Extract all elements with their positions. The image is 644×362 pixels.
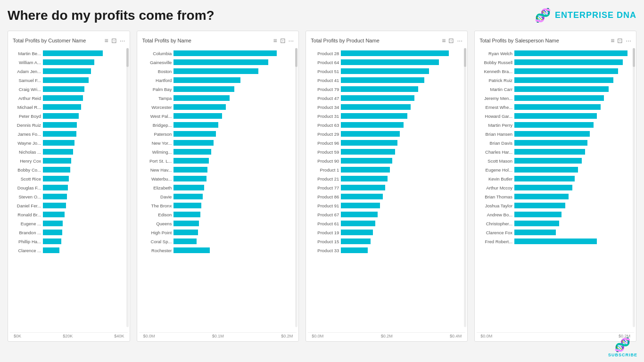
bar-label: Queens: [141, 221, 172, 226]
bar-fill: [514, 104, 600, 110]
chart-xaxis-product: $0.0M$0.2M$0.4M: [308, 332, 465, 339]
bar-row: Product 63: [308, 121, 465, 129]
bar-track: [514, 203, 632, 208]
scrollbar[interactable]: [295, 48, 297, 327]
bar-row: Wilming...: [139, 148, 297, 156]
bar-fill: [173, 239, 197, 244]
bar-track: [514, 158, 632, 164]
bar-fill: [514, 77, 613, 83]
scrollbar-thumb[interactable]: [126, 48, 129, 67]
bar-track: [173, 185, 295, 190]
chart-xaxis-customer: $0K$20K$40K: [10, 332, 128, 339]
bar-row: Ernest Whe...: [477, 103, 634, 111]
bar-row: Bridgep...: [139, 121, 297, 129]
chart-ctrl-1-salesperson[interactable]: ⊡: [617, 37, 623, 44]
chart-ctrl-1-name[interactable]: ⊡: [280, 37, 286, 44]
chart-ctrl-0-customer[interactable]: ≡: [105, 37, 108, 44]
bar-track: [341, 230, 463, 235]
bar-row: Kevin Butler: [477, 174, 634, 183]
bar-label: Coral Sp...: [141, 239, 172, 244]
bar-fill: [173, 221, 199, 226]
bar-track: [514, 50, 632, 56]
bar-fill: [514, 86, 609, 92]
chart-ctrl-2-product[interactable]: ···: [457, 37, 462, 44]
bar-row: Adam Jen...: [10, 67, 128, 75]
bar-fill: [341, 185, 385, 190]
chart-panel-salesperson: Total Profits by Salesperson Name≡⊡···Ry…: [474, 31, 636, 342]
scrollbar[interactable]: [464, 48, 466, 327]
bar-track: [173, 95, 295, 101]
scrollbar-thumb[interactable]: [464, 48, 466, 67]
bar-track: [514, 149, 632, 155]
bar-track: [173, 77, 295, 83]
bar-row: Product 79: [308, 85, 465, 93]
bar-label: Wilming...: [141, 149, 172, 155]
bar-fill: [43, 221, 63, 226]
bar-row: Waterbu...: [139, 174, 297, 183]
bar-track: [173, 176, 295, 181]
bar-row: Eugene ...: [10, 219, 128, 228]
bar-row: West Pal...: [139, 112, 297, 120]
bar-fill: [514, 203, 565, 208]
bar-fill: [341, 68, 429, 74]
chart-ctrl-2-salesperson[interactable]: ···: [626, 37, 631, 44]
bar-fill: [341, 176, 388, 181]
bar-label: Product 79: [310, 87, 339, 92]
bar-track: [173, 239, 295, 244]
bar-label: Brian Hansen: [479, 132, 512, 137]
bar-track: [341, 185, 463, 190]
bar-fill: [43, 113, 79, 119]
xaxis-label: $20K: [63, 334, 73, 338]
bar-track: [173, 104, 295, 110]
bar-track: [341, 131, 463, 137]
bar-track: [341, 239, 463, 244]
chart-ctrl-1-customer[interactable]: ⊡: [111, 37, 117, 44]
chart-ctrl-0-name[interactable]: ≡: [273, 37, 277, 44]
chart-ctrl-0-salesperson[interactable]: ≡: [611, 37, 614, 44]
bar-label: Gainesville: [141, 60, 172, 65]
bar-row: Howard Gar...: [477, 112, 634, 120]
bar-row: The Bronx: [139, 201, 297, 210]
scrollbar-thumb[interactable]: [295, 48, 297, 67]
bar-fill: [173, 212, 200, 217]
chart-title-product: Total Profits by Product Name: [311, 38, 380, 43]
bar-row: Wayne Jo...: [10, 139, 128, 147]
chart-ctrl-2-customer[interactable]: ···: [120, 37, 125, 44]
chart-ctrl-1-product[interactable]: ⊡: [448, 37, 454, 44]
scrollbar[interactable]: [126, 48, 129, 327]
chart-ctrl-2-name[interactable]: ···: [289, 37, 294, 44]
bar-label: Product 96: [310, 140, 339, 146]
bar-label: Boston: [141, 69, 172, 74]
bar-track: [43, 194, 126, 199]
bar-row: Clarence ...: [10, 246, 128, 255]
bar-track: [341, 212, 463, 217]
bar-label: Brian Davis: [479, 140, 512, 146]
bar-row: Ronald Br...: [10, 210, 128, 219]
bar-label: Kenneth Bra...: [479, 69, 512, 74]
bar-track: [43, 95, 126, 101]
bar-fill: [173, 86, 234, 92]
bar-track: [341, 95, 463, 101]
bar-row: Paterson: [139, 130, 297, 138]
bar-row: Product 61: [308, 219, 465, 228]
bar-fill: [173, 59, 268, 65]
bar-label: Craig Wri...: [12, 87, 41, 92]
bar-track: [341, 140, 463, 146]
chart-ctrl-0-product[interactable]: ≡: [442, 37, 446, 44]
scrollbar-thumb[interactable]: [633, 48, 635, 67]
bar-track: [173, 59, 295, 65]
scrollbar[interactable]: [633, 48, 635, 327]
bar-label: Product 59: [310, 149, 339, 155]
bar-label: Elizabeth: [141, 185, 172, 190]
bar-fill: [514, 167, 578, 173]
chart-header-customer: Total Profits by Customer Name≡⊡···: [10, 35, 128, 48]
bar-label: Henry Cox: [12, 158, 41, 164]
chart-header-salesperson: Total Profits by Salesperson Name≡⊡···: [477, 35, 634, 48]
bar-label: Christopher...: [479, 221, 512, 226]
bar-row: Brian Thomas: [477, 192, 634, 201]
bar-track: [43, 140, 126, 146]
bar-label: Product 77: [310, 185, 339, 190]
bar-fill: [514, 221, 559, 226]
bar-track: [173, 158, 295, 164]
bar-fill: [43, 212, 65, 217]
